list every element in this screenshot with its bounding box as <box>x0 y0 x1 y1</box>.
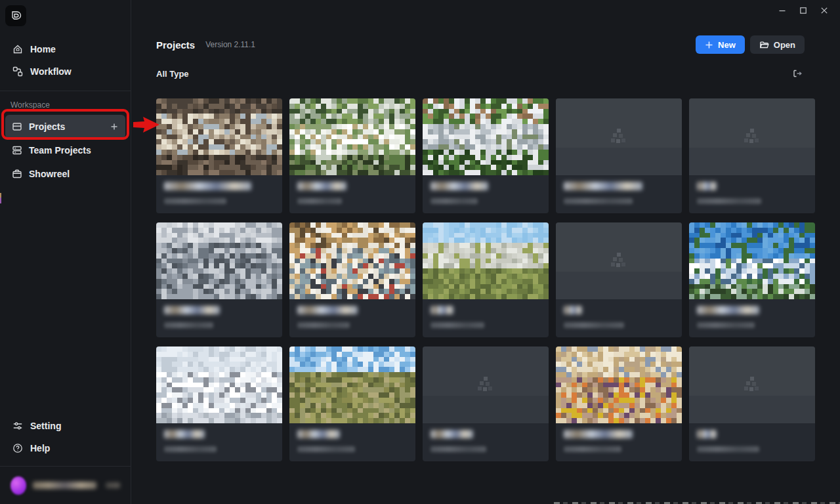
project-card[interactable] <box>556 222 682 337</box>
no-preview-icon <box>607 249 631 273</box>
card-info <box>556 423 682 459</box>
project-grid <box>156 98 815 461</box>
sidebar-item-team-projects[interactable]: Team Projects <box>5 138 125 162</box>
card-title-blurred <box>297 430 340 438</box>
add-project-icon[interactable] <box>110 122 119 131</box>
user-name-blurred <box>33 482 96 489</box>
card-subtitle-blurred <box>430 322 484 328</box>
sidebar-item-label: Workflow <box>30 66 72 77</box>
card-thumbnail <box>556 346 682 423</box>
card-subtitle-blurred <box>697 322 755 328</box>
project-card[interactable] <box>689 346 815 461</box>
open-button[interactable]: Open <box>750 35 805 54</box>
card-title-blurred <box>297 306 358 314</box>
close-button[interactable] <box>814 1 835 20</box>
sidebar-item-label: Setting <box>30 421 61 431</box>
card-thumbnail <box>423 222 549 299</box>
project-card[interactable] <box>289 222 415 337</box>
maximize-button[interactable] <box>793 1 814 20</box>
project-card[interactable] <box>556 98 682 213</box>
card-info <box>156 175 282 211</box>
collapse-panel-icon[interactable] <box>791 68 803 79</box>
sidebar-item-help[interactable]: Help <box>5 437 125 459</box>
project-card[interactable] <box>289 98 415 213</box>
card-thumbnail <box>156 346 282 423</box>
sidebar-item-label: Team Projects <box>29 145 91 156</box>
sidebar-item-showreel[interactable]: Showreel <box>5 162 125 186</box>
project-card[interactable] <box>689 98 815 213</box>
card-subtitle-blurred <box>297 322 350 328</box>
sidebar-item-label: Projects <box>29 121 65 132</box>
app-logo-icon <box>5 5 26 26</box>
card-thumbnail <box>156 222 282 299</box>
sidebar-item-projects[interactable]: Projects <box>5 115 125 138</box>
no-preview-icon <box>740 125 764 149</box>
sidebar-item-setting[interactable]: Setting <box>5 415 125 437</box>
card-title-blurred <box>564 306 582 314</box>
card-info <box>689 175 815 211</box>
card-thumbnail <box>289 346 415 423</box>
card-subtitle-blurred <box>297 198 342 204</box>
card-info <box>156 423 282 459</box>
card-subtitle-blurred <box>430 198 478 204</box>
sidebar-item-label: Home <box>30 44 56 54</box>
card-info <box>423 423 549 459</box>
sidebar-item-home[interactable]: Home <box>5 38 125 60</box>
window-titlebar <box>156 0 835 21</box>
project-card[interactable] <box>156 98 282 213</box>
card-title-blurred <box>564 430 633 438</box>
project-card[interactable] <box>423 222 549 337</box>
project-card[interactable] <box>423 98 549 213</box>
card-thumbnail <box>556 98 682 175</box>
help-icon <box>12 443 24 453</box>
project-card[interactable] <box>289 346 415 461</box>
card-title-blurred <box>697 182 717 190</box>
card-title-blurred <box>430 306 453 314</box>
home-icon <box>12 44 24 54</box>
sidebar-item-workflow[interactable]: Workflow <box>5 60 125 83</box>
card-title-blurred <box>430 430 473 438</box>
card-thumbnail <box>289 222 415 299</box>
card-subtitle-blurred <box>697 198 761 204</box>
card-info <box>556 299 682 335</box>
card-subtitle-blurred <box>164 198 226 204</box>
setting-icon <box>12 421 24 431</box>
project-card[interactable] <box>156 346 282 461</box>
project-card[interactable] <box>556 346 682 461</box>
card-title-blurred <box>430 182 488 190</box>
filter-all-type[interactable]: All Type <box>156 69 189 79</box>
edge-badge <box>0 193 1 203</box>
no-preview-icon <box>474 373 497 397</box>
card-title-blurred <box>697 306 759 314</box>
workspace-section-label: Workspace <box>0 91 131 115</box>
project-card[interactable] <box>423 346 549 461</box>
card-info <box>156 299 282 335</box>
card-subtitle-blurred <box>564 322 624 328</box>
project-card[interactable] <box>689 222 815 337</box>
card-thumbnail <box>423 346 549 423</box>
card-title-blurred <box>564 182 642 190</box>
main-content: Projects Version 2.11.1 New Open All Typ… <box>131 0 840 504</box>
project-card[interactable] <box>156 222 282 337</box>
card-thumbnail <box>689 346 815 423</box>
card-title-blurred <box>697 430 717 438</box>
card-info <box>289 175 415 211</box>
version-label: Version 2.11.1 <box>205 40 255 49</box>
user-account-row[interactable] <box>0 466 131 504</box>
card-thumbnail <box>689 98 815 175</box>
card-info <box>289 299 415 335</box>
card-subtitle-blurred <box>697 446 759 452</box>
card-title-blurred <box>164 182 251 190</box>
new-button[interactable]: New <box>696 35 745 54</box>
card-info <box>689 423 815 459</box>
card-thumbnail <box>556 222 682 299</box>
minimize-button[interactable] <box>772 1 793 20</box>
card-title-blurred <box>164 430 205 438</box>
card-info <box>289 423 415 459</box>
plus-icon <box>705 41 713 49</box>
no-preview-icon <box>740 373 764 397</box>
workflow-icon <box>12 66 24 77</box>
card-thumbnail <box>423 98 549 175</box>
card-title-blurred <box>297 182 346 190</box>
card-subtitle-blurred <box>164 322 213 328</box>
